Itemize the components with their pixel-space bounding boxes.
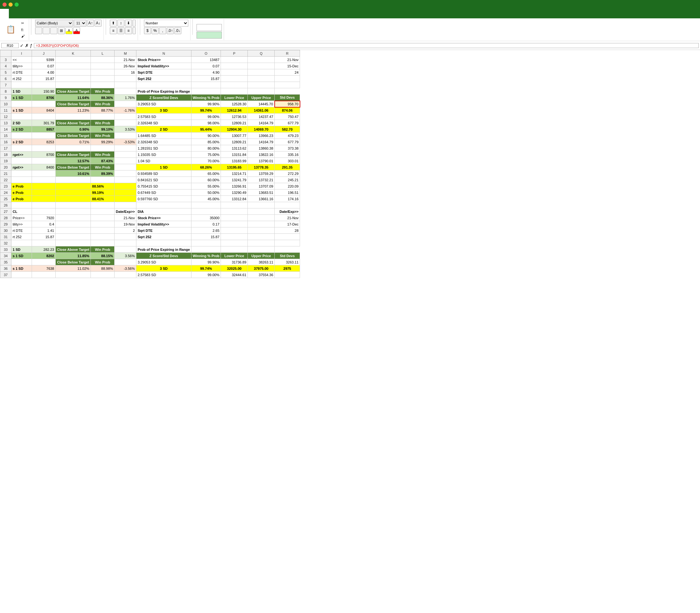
cell-P30[interactable]	[221, 227, 248, 234]
cell-P16[interactable]: 12809.21	[221, 139, 248, 145]
increase-decimal-button[interactable]: .0↑	[167, 27, 174, 34]
cell-P37[interactable]: 32444.61	[221, 272, 248, 278]
cell-K19[interactable]: 12.57%	[56, 158, 91, 164]
cell-I6[interactable]: rt 252	[11, 76, 32, 82]
cell-N34[interactable]: Z Score/Std Devs	[136, 253, 191, 259]
cell-Q15[interactable]: 13966.23	[248, 132, 275, 139]
cell-R4[interactable]: 15-Dec	[275, 63, 300, 69]
cell-L5[interactable]	[91, 69, 115, 76]
cell-K17[interactable]	[56, 145, 91, 152]
cell-I15[interactable]	[11, 132, 32, 139]
cell-M32[interactable]	[115, 240, 136, 246]
cell-Q4[interactable]	[248, 63, 275, 69]
cell-Q35[interactable]: 38263.11	[248, 259, 275, 265]
cell-K16[interactable]: 0.71%	[56, 139, 91, 145]
align-center-button[interactable]: ☰	[117, 27, 124, 34]
cell-O32[interactable]	[191, 240, 221, 246]
cell-L12[interactable]	[91, 114, 115, 120]
cell-L27[interactable]	[91, 208, 115, 215]
cell-M18[interactable]	[115, 152, 136, 158]
col-header-N[interactable]: N	[136, 50, 191, 57]
maximize-button[interactable]	[15, 2, 19, 6]
cell-O8[interactable]	[191, 88, 221, 94]
cell-J11[interactable]: 8404	[32, 107, 56, 114]
cell-J18[interactable]: 8700	[32, 152, 56, 158]
style-normal[interactable]	[196, 24, 222, 31]
cell-P36[interactable]: 32025.00	[221, 265, 248, 272]
cell-N23[interactable]: 0.755415 SD	[136, 183, 191, 190]
copy-button[interactable]: ⎘	[20, 27, 27, 32]
cell-O19[interactable]: 70.00%	[191, 158, 221, 164]
cell-O37[interactable]: 99.00%	[191, 272, 221, 278]
cell-L9[interactable]: 88.36%	[91, 94, 115, 101]
cell-O35[interactable]: 99.90%	[191, 259, 221, 265]
cell-L10[interactable]: Win Prob	[91, 101, 115, 107]
cell-M29[interactable]: 19-Nov	[115, 221, 136, 227]
cell-Q30[interactable]	[248, 227, 275, 234]
cell-R32[interactable]	[275, 240, 300, 246]
cell-J7[interactable]	[32, 82, 56, 88]
cell-I31[interactable]: rt 252	[11, 234, 32, 240]
cell-N28[interactable]: Stock Price>>	[136, 215, 191, 221]
cell-R31[interactable]	[275, 234, 300, 240]
cell-O12[interactable]: 99.00%	[191, 114, 221, 120]
cell-Q34[interactable]: Upper Price	[248, 253, 275, 259]
cell-K32[interactable]	[56, 240, 91, 246]
cell-K33[interactable]: Close Above Target	[56, 246, 91, 253]
cell-J5[interactable]: 4.00	[32, 69, 56, 76]
cell-J29[interactable]: 0.4	[32, 221, 56, 227]
cell-N19[interactable]: 1.04 SD	[136, 158, 191, 164]
cell-P26[interactable]	[221, 202, 248, 208]
cell-J27[interactable]	[32, 208, 56, 215]
cell-P24[interactable]: 13290.49	[221, 190, 248, 196]
cell-R18[interactable]: 335.16	[275, 152, 300, 158]
cell-J35[interactable]	[32, 259, 56, 265]
cell-O26[interactable]	[191, 202, 221, 208]
cell-Q14[interactable]: 14069.70	[248, 126, 275, 132]
cell-L21[interactable]: 89.39%	[91, 170, 115, 177]
cell-I28[interactable]: Price>>	[11, 215, 32, 221]
cell-I3[interactable]: <<	[11, 57, 32, 63]
cell-Q13[interactable]: 14164.79	[248, 120, 275, 126]
cell-M9[interactable]: 1.76%	[115, 94, 136, 101]
cell-P11[interactable]: 12612.94	[221, 107, 248, 114]
cell-N17[interactable]: 1.281551 SD	[136, 145, 191, 152]
col-header-L[interactable]: L	[91, 50, 115, 57]
cell-M27[interactable]: Date/Exp>>	[115, 208, 136, 215]
cell-I4[interactable]: tility>>	[11, 63, 32, 69]
cell-N35[interactable]: 3.29053 SD	[136, 259, 191, 265]
cell-Q20[interactable]: 13778.35	[248, 164, 275, 170]
spreadsheet-container[interactable]: I J K L M N O P Q R 3<<939921-NovStock P…	[0, 50, 700, 613]
cell-L19[interactable]: 87.43%	[91, 158, 115, 164]
cell-L24[interactable]: 99.19%	[91, 190, 115, 196]
underline-button[interactable]	[50, 27, 57, 34]
cell-L36[interactable]: 88.98%	[91, 265, 115, 272]
cell-M13[interactable]	[115, 120, 136, 126]
cell-I36[interactable]: s 1 SD	[11, 265, 32, 272]
cell-M35[interactable]	[115, 259, 136, 265]
cell-M5[interactable]: 16	[115, 69, 136, 76]
cell-M30[interactable]: 2	[115, 227, 136, 234]
cell-L4[interactable]	[91, 63, 115, 69]
cell-I30[interactable]: rt DTE	[11, 227, 32, 234]
cell-K25[interactable]	[56, 196, 91, 202]
cell-J10[interactable]	[32, 101, 56, 107]
cell-L7[interactable]	[91, 82, 115, 88]
cell-P13[interactable]: 12809.21	[221, 120, 248, 126]
cell-P15[interactable]: 13007.77	[221, 132, 248, 139]
cell-O5[interactable]: 4.90	[191, 69, 221, 76]
cell-Q26[interactable]	[248, 202, 275, 208]
cell-N20[interactable]: 1 SD	[136, 164, 191, 170]
cell-O7[interactable]	[191, 82, 221, 88]
cell-O15[interactable]: 90.00%	[191, 132, 221, 139]
cell-reference-input[interactable]	[1, 43, 19, 48]
cell-Q16[interactable]: 14164.79	[248, 139, 275, 145]
cell-J33[interactable]: 282.23	[32, 246, 56, 253]
cell-I24[interactable]: e Prob	[11, 190, 32, 196]
col-header-R[interactable]: R	[275, 50, 300, 57]
cell-N3[interactable]: Stock Price>>	[136, 57, 191, 63]
cell-Q10[interactable]: 14445.70	[248, 101, 275, 107]
cell-O10[interactable]: 99.90%	[191, 101, 221, 107]
cell-M19[interactable]	[115, 158, 136, 164]
cell-M23[interactable]	[115, 183, 136, 190]
